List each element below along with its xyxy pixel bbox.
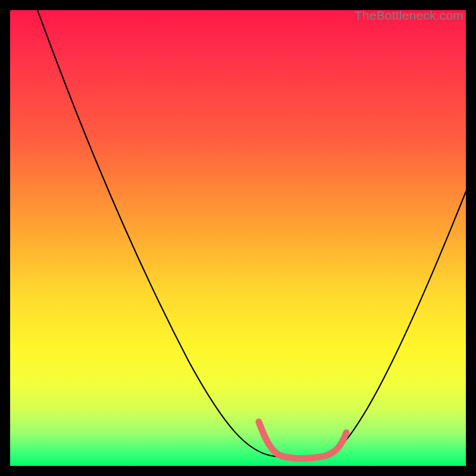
highlight-segment-path [259,422,346,459]
chart-frame: TheBottleneck.com [0,0,476,476]
bottleneck-curve-path [37,10,466,458]
chart-svg [10,10,466,466]
plot-area: TheBottleneck.com [10,10,466,466]
